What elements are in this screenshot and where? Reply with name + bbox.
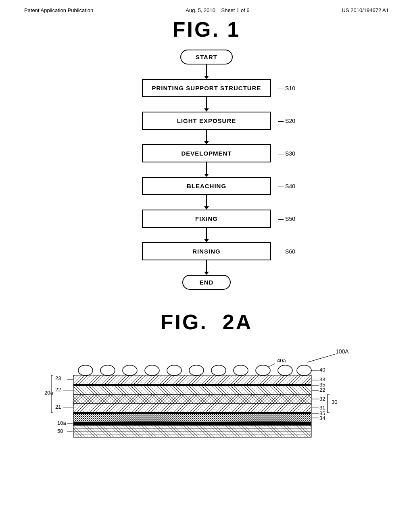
arrow-2 [204, 97, 209, 112]
fig1-title: FIG. 1 [0, 17, 413, 42]
svg-point-25 [234, 365, 248, 376]
step-s20-label: — S20 [278, 118, 295, 124]
step-s50-label: — S50 [278, 216, 295, 222]
arrow-6 [204, 228, 209, 242]
svg-text:34: 34 [319, 415, 325, 421]
svg-rect-29 [73, 375, 311, 384]
fig2a-section: FIG. 2A [0, 310, 413, 481]
step-s40-box: BLEACHING [142, 177, 271, 195]
step-s40-row: BLEACHING — S40 [106, 177, 307, 195]
svg-rect-54 [73, 425, 311, 437]
arrow-7 [204, 260, 209, 275]
svg-point-21 [145, 365, 159, 376]
fig2a-svg: 100A 40a 40 33 [33, 346, 380, 479]
svg-text:100A: 100A [336, 348, 349, 355]
step-s60-row: RINSING — S60 [106, 242, 307, 260]
svg-point-18 [78, 365, 93, 376]
step-s20-row: LIGHT EXPOSURE — S20 [106, 112, 307, 130]
svg-text:23: 23 [55, 375, 61, 381]
step-s30-box: DEVELOPMENT [142, 144, 271, 162]
flowchart-end: END [182, 275, 231, 290]
header-middle: Aug. 5, 2010 Sheet 1 of 6 [186, 7, 249, 13]
fig2a-title: FIG. 2A [0, 310, 413, 334]
svg-text:10a: 10a [57, 420, 66, 426]
step-s10-row: PRINTING SUPPORT STRUCTURE — S10 [106, 79, 307, 97]
svg-text:30: 30 [332, 399, 337, 405]
svg-line-13 [307, 354, 335, 362]
step-s50-row: FIXING — S50 [106, 210, 307, 228]
svg-point-23 [189, 365, 204, 376]
svg-text:40a: 40a [277, 357, 286, 364]
step-s50-box: FIXING [142, 210, 271, 228]
svg-text:40: 40 [319, 367, 325, 373]
arrow-4 [204, 162, 209, 177]
svg-point-24 [211, 365, 226, 376]
arrow-5 [204, 195, 209, 210]
svg-point-20 [123, 365, 137, 376]
step-s10-box: PRINTING SUPPORT STRUCTURE [142, 79, 271, 97]
svg-rect-45 [73, 412, 311, 414]
svg-rect-38 [73, 395, 311, 403]
svg-text:21: 21 [55, 404, 61, 410]
fig2a-diagram: 100A 40a 40 33 [33, 346, 380, 481]
step-s20-box: LIGHT EXPOSURE [142, 112, 271, 130]
svg-rect-51 [73, 422, 311, 425]
step-s40-label: — S40 [278, 183, 295, 189]
step-s10-label: — S10 [278, 85, 295, 91]
svg-text:50: 50 [57, 428, 63, 434]
svg-text:22: 22 [55, 387, 61, 393]
svg-text:20a: 20a [44, 390, 53, 396]
svg-text:22: 22 [319, 387, 325, 393]
step-s30-row: DEVELOPMENT — S30 [106, 144, 307, 162]
svg-text:31: 31 [319, 405, 325, 411]
svg-text:32: 32 [319, 396, 325, 402]
svg-point-28 [297, 365, 311, 376]
svg-point-27 [278, 365, 292, 376]
arrow-1 [204, 64, 209, 79]
step-s60-box: RINSING [142, 242, 271, 260]
svg-rect-32 [73, 384, 311, 386]
header-right: US 2010/194672 A1 [342, 7, 389, 13]
step-s60-label: — S60 [278, 248, 295, 255]
page-header: Patent Application Publication Aug. 5, 2… [0, 0, 413, 17]
flowchart-start: START [180, 50, 233, 64]
svg-point-19 [100, 365, 115, 376]
svg-rect-42 [73, 403, 311, 412]
step-s30-label: — S30 [278, 150, 295, 157]
svg-point-22 [167, 365, 181, 376]
svg-line-15 [268, 364, 275, 367]
flowchart: START PRINTING SUPPORT STRUCTURE — S10 L… [106, 50, 307, 290]
svg-rect-48 [73, 414, 311, 422]
header-left: Patent Application Publication [24, 7, 93, 13]
arrow-3 [204, 130, 209, 144]
svg-rect-35 [73, 386, 311, 395]
svg-point-26 [256, 365, 270, 376]
